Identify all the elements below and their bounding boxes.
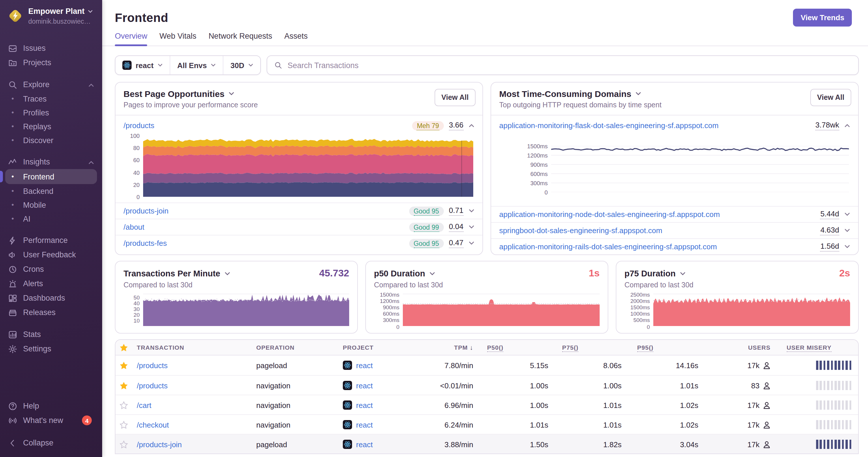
sidebar-item-projects[interactable]: Projects bbox=[0, 55, 102, 70]
page-opportunity-row[interactable]: /productsMeh 793.66 bbox=[116, 115, 483, 133]
sidebar-item-discover[interactable]: •Discover bbox=[0, 133, 102, 147]
sidebar-item-what-s-new[interactable]: What's new4 bbox=[0, 413, 102, 428]
tab-network-requests[interactable]: Network Requests bbox=[209, 32, 272, 45]
transaction-row[interactable]: /cartnavigationreact6.96/min1.00s1.01s1.… bbox=[116, 395, 858, 414]
transaction-row[interactable]: /productspageloadreact7.80/min5.15s8.06s… bbox=[116, 355, 858, 375]
sidebar-item-issues[interactable]: Issues bbox=[0, 41, 102, 55]
react-project-icon bbox=[343, 381, 352, 390]
column-header-users[interactable]: USERS bbox=[701, 344, 773, 351]
sidebar-item-performance[interactable]: Performance bbox=[0, 233, 102, 248]
stat-card-title[interactable]: p50 Duration bbox=[374, 269, 435, 278]
chevron-down-icon bbox=[429, 271, 435, 275]
domains-view-all-button[interactable]: View All bbox=[810, 89, 851, 106]
favorites-column-header[interactable] bbox=[116, 343, 132, 352]
users-cell: 17k bbox=[701, 440, 773, 449]
search-transactions[interactable] bbox=[267, 55, 859, 75]
sidebar-item-crons[interactable]: Crons bbox=[0, 262, 102, 276]
sidebar-item-alerts[interactable]: Alerts bbox=[0, 276, 102, 291]
sidebar-item-help[interactable]: Help bbox=[0, 399, 102, 413]
sidebar-item-traces[interactable]: •Traces bbox=[0, 92, 102, 106]
favorite-toggle[interactable] bbox=[116, 420, 132, 429]
sidebar-item-backend[interactable]: •Backend bbox=[0, 184, 102, 198]
sidebar-item-dashboards[interactable]: Dashboards bbox=[0, 291, 102, 305]
transaction-link[interactable]: /checkout bbox=[137, 420, 169, 429]
chevron-down-icon bbox=[224, 271, 230, 275]
column-header-p75-[interactable]: P75() bbox=[551, 344, 624, 351]
page-link[interactable]: /about bbox=[124, 223, 144, 231]
best-pages-title[interactable]: Best Page Opportunities bbox=[124, 89, 435, 99]
domain-row[interactable]: application-monitoring-rails-dot-sales-e… bbox=[491, 238, 858, 255]
favorite-toggle[interactable] bbox=[116, 361, 132, 369]
project-link[interactable]: react bbox=[356, 440, 373, 449]
user-misery-bars bbox=[816, 415, 856, 434]
domain-row[interactable]: application-monitoring-node-dot-sales-en… bbox=[491, 206, 858, 222]
sidebar-item-collapse[interactable]: Collapse bbox=[0, 436, 102, 450]
transaction-link[interactable]: /cart bbox=[137, 401, 152, 410]
transaction-row[interactable]: /productsnavigationreact<0.01/min1.00s1.… bbox=[116, 375, 858, 395]
date-range-filter[interactable]: 30D bbox=[223, 56, 260, 74]
transaction-row[interactable]: /checkoutnavigationreact6.24/min1.01s1.0… bbox=[116, 414, 858, 434]
tab-assets[interactable]: Assets bbox=[284, 32, 308, 45]
transaction-link[interactable]: /products bbox=[137, 361, 168, 369]
sidebar-item-frontend[interactable]: •Frontend bbox=[5, 169, 97, 184]
transaction-link[interactable]: /products bbox=[137, 381, 168, 390]
p50-cell: 5.15s bbox=[476, 361, 551, 369]
stat-card-subtitle: Compared to last 30d bbox=[374, 281, 600, 289]
sidebar-section-explore[interactable]: Explore bbox=[0, 77, 102, 92]
favorite-toggle[interactable] bbox=[116, 401, 132, 410]
page-opportunity-row[interactable]: /products-fesGood 950.47 bbox=[116, 235, 483, 251]
column-header-operation[interactable]: OPERATION bbox=[254, 344, 341, 351]
page-opportunity-row[interactable]: /aboutGood 990.04 bbox=[116, 219, 483, 235]
favorite-toggle[interactable] bbox=[116, 440, 132, 449]
domain-row[interactable]: application-monitoring-flask-dot-sales-e… bbox=[491, 115, 858, 133]
domains-title[interactable]: Most Time-Consuming Domains bbox=[499, 89, 810, 99]
sidebar-item-profiles[interactable]: •Profiles bbox=[0, 106, 102, 120]
page-link[interactable]: /products-join bbox=[124, 206, 168, 215]
project-link[interactable]: react bbox=[356, 361, 373, 369]
project-filter[interactable]: react bbox=[116, 56, 170, 74]
search-input[interactable] bbox=[287, 61, 851, 69]
chevron-up-icon bbox=[469, 124, 474, 128]
tab-web-vitals[interactable]: Web Vitals bbox=[160, 32, 196, 45]
page-link[interactable]: /products-fes bbox=[124, 239, 167, 248]
column-header-p95-[interactable]: P95() bbox=[624, 344, 701, 351]
domain-link[interactable]: application-monitoring-node-dot-sales-en… bbox=[499, 210, 720, 219]
stat-card-value: 45.732 bbox=[319, 268, 349, 279]
project-link[interactable]: react bbox=[356, 420, 373, 429]
sidebar-item-user-feedback[interactable]: User Feedback bbox=[0, 248, 102, 262]
domain-row[interactable]: springboot-dot-sales-engineering-sf.apps… bbox=[491, 222, 858, 238]
transaction-link[interactable]: /products-join bbox=[137, 440, 182, 449]
chevron-up-icon bbox=[88, 83, 94, 87]
stat-card-title[interactable]: Transactions Per Minute bbox=[124, 269, 230, 278]
sidebar-item-settings[interactable]: Settings bbox=[0, 341, 102, 356]
column-header-user-misery[interactable]: USER MISERY bbox=[773, 344, 858, 351]
column-header-project[interactable]: PROJECT bbox=[341, 344, 421, 351]
domain-link[interactable]: application-monitoring-flask-dot-sales-e… bbox=[499, 121, 718, 130]
stat-card-title[interactable]: p75 Duration bbox=[624, 269, 685, 278]
project-link[interactable]: react bbox=[356, 401, 373, 410]
tab-overview[interactable]: Overview bbox=[115, 32, 148, 45]
page-link[interactable]: /products bbox=[124, 121, 154, 130]
tab-bar: OverviewWeb VitalsNetwork RequestsAssets bbox=[102, 32, 868, 46]
favorite-toggle[interactable] bbox=[116, 381, 132, 390]
p75-chart bbox=[653, 294, 850, 326]
org-switcher[interactable]: Empower Plant dominik.buszowiec… bbox=[0, 0, 102, 32]
sidebar-section-insights[interactable]: Insights bbox=[0, 155, 102, 169]
project-link[interactable]: react bbox=[356, 381, 373, 390]
page-opportunity-row[interactable]: /products-joinGood 950.71 bbox=[116, 202, 483, 219]
view-trends-button[interactable]: View Trends bbox=[793, 9, 852, 27]
domain-link[interactable]: springboot-dot-sales-engineering-sf.apps… bbox=[499, 226, 662, 235]
column-header-transaction[interactable]: TRANSACTION bbox=[132, 344, 254, 351]
best-pages-view-all-button[interactable]: View All bbox=[435, 89, 476, 106]
sidebar-item-replays[interactable]: •Replays bbox=[0, 120, 102, 133]
domain-link[interactable]: application-monitoring-rails-dot-sales-e… bbox=[499, 242, 717, 251]
sidebar-item-stats[interactable]: Stats bbox=[0, 327, 102, 341]
sidebar-item-releases[interactable]: Releases bbox=[0, 305, 102, 320]
column-header-p50-[interactable]: P50() bbox=[476, 344, 551, 351]
column-header-tpm[interactable]: TPM ↓ bbox=[421, 344, 476, 351]
sidebar-item-mobile[interactable]: •Mobile bbox=[0, 198, 102, 212]
sidebar-item-ai[interactable]: •AI bbox=[0, 212, 102, 226]
transaction-row[interactable]: /products-joinpageloadreact3.88/min1.50s… bbox=[116, 434, 858, 454]
releases-icon bbox=[8, 308, 17, 317]
environment-filter[interactable]: All Envs bbox=[170, 56, 223, 74]
